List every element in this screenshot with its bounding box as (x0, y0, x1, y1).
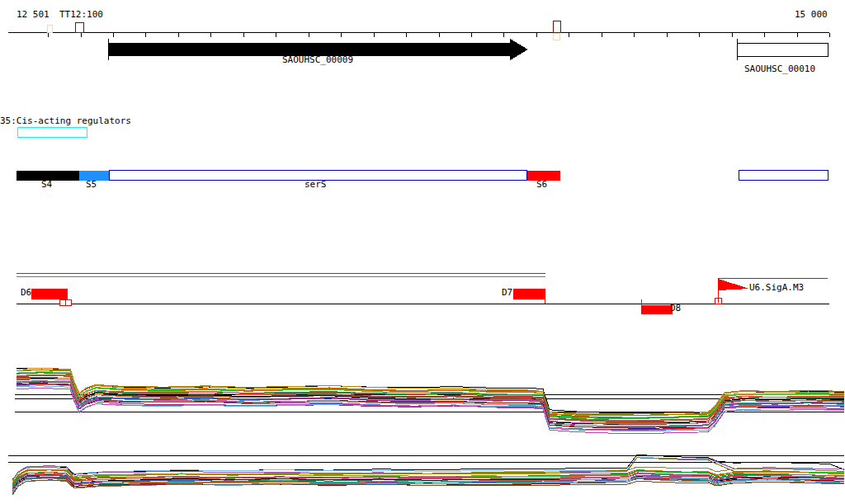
terminator-right[interactable] (554, 21, 561, 33)
genome-browser-canvas: 12 501 TT12:100 15 000 SAOUHSC_00009 SAO… (0, 0, 845, 504)
terminator-weak-left[interactable] (48, 26, 53, 33)
terminator-label[interactable]: TT12:100 (59, 10, 103, 20)
sigma-flag[interactable] (718, 279, 749, 290)
ruler-start-label: 12 501 (17, 10, 50, 20)
sigma-site-label: U6.SigA.M3 (749, 283, 804, 293)
terminator-TT12[interactable] (76, 23, 84, 33)
segment-label-s5: S5 (86, 180, 97, 190)
site-label-d8: D8 (670, 304, 681, 313)
gene-box-saouhsc-00010[interactable] (738, 44, 828, 57)
track-header-cis-regulators: 35:Cis-acting regulators (0, 116, 131, 126)
site-outline-box[interactable] (60, 300, 66, 306)
site-box-D7[interactable] (513, 289, 545, 299)
ruler-end-label: 15 000 (795, 10, 828, 20)
gene-label-saouhsc-00010[interactable]: SAOUHSC_00010 (744, 64, 815, 74)
graphics-layer (0, 0, 845, 504)
site-box-D8[interactable] (641, 305, 673, 314)
segment-label-sers: serS (304, 180, 327, 190)
segment-label-s4: S4 (41, 180, 52, 190)
site-label-d6: D6 (21, 288, 31, 298)
terminator-weak-right[interactable] (554, 34, 560, 40)
site-label-d7: D7 (502, 288, 512, 298)
segment-label-s6: S6 (536, 180, 547, 190)
site-outline-box[interactable] (66, 300, 72, 306)
site-box-D6[interactable] (31, 289, 68, 299)
segment-box-4[interactable] (739, 171, 828, 181)
gene-label-saouhsc-00009[interactable]: SAOUHSC_00009 (282, 55, 353, 65)
regulator-region-box[interactable] (18, 128, 87, 138)
